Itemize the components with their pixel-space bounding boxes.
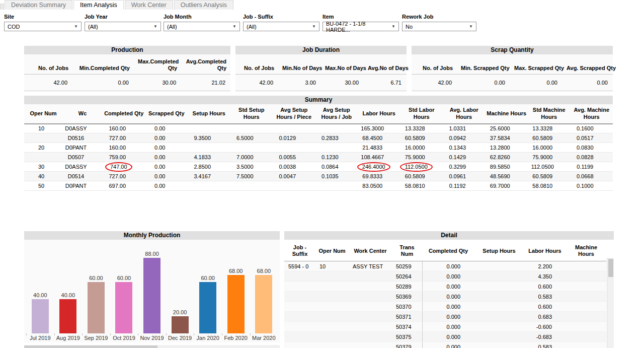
table-cell: [315, 124, 358, 133]
scrollbar-thumb[interactable]: [608, 259, 613, 277]
filter-label: Rework Job: [402, 14, 476, 20]
column-header: Completed Qty: [422, 240, 474, 261]
bar[interactable]: [143, 258, 160, 333]
table-cell: 0.0047: [273, 172, 315, 181]
column-header: Avg.Completed Qty: [181, 58, 230, 73]
table-row: D0507759.000.004.18337.00000.00550.12301…: [24, 153, 613, 162]
card-title: Job Duration: [235, 46, 407, 54]
chevron-down-icon: ▼: [232, 24, 236, 29]
table-cell: 747.00: [103, 162, 145, 172]
table-cell: 0.00: [145, 143, 188, 153]
tab-scroll-stub[interactable]: [0, 4, 4, 10]
detail-vertical-scrollbar[interactable]: [607, 258, 614, 348]
table-row: 20D0PANT160.000.0021.483316.00000.134313…: [24, 143, 613, 153]
table-row: 50D0PANT697.000.0083.050058.08100.119269…: [24, 181, 613, 191]
column-header: No. of Jobs: [235, 65, 278, 72]
table-cell: 0.1429: [443, 153, 486, 162]
x-axis-label: Aug 2019: [54, 333, 83, 342]
table-cell: 112.0500: [400, 162, 443, 172]
column-header: Max. Scrapped Qty: [510, 65, 562, 72]
bar-group: 88.00: [138, 251, 166, 333]
detail-body: 5594 - 010ASSY TEST502590.0002.200502640…: [284, 261, 606, 348]
table-cell: [349, 271, 392, 282]
table-cell: 60.5809: [400, 172, 443, 181]
table-cell: 0.0668: [571, 172, 613, 181]
bar[interactable]: [59, 299, 76, 333]
metric-value: 42.00: [24, 80, 72, 86]
item-dropdown[interactable]: BU-0472 - 1-1/8 HARDE... ▼: [323, 22, 399, 31]
table-row: 503790.0000.583: [284, 342, 606, 348]
chart-horizontal-scrollbar[interactable]: [24, 345, 280, 348]
table-cell: 759.00: [103, 153, 145, 162]
column-header: Max.Completed Qty: [134, 58, 181, 73]
table-cell: [566, 282, 606, 292]
table-cell: [474, 332, 524, 342]
table-cell: 0.00: [145, 153, 188, 162]
table-cell: 50371: [392, 312, 422, 322]
bar[interactable]: [255, 275, 272, 333]
table-cell: 108.4667: [358, 153, 400, 162]
table-row: 503690.0000.583: [284, 292, 606, 302]
scrollbar-thumb[interactable]: [24, 345, 157, 348]
table-cell: [474, 342, 524, 348]
table-cell: 75.9000: [528, 153, 571, 162]
tab-work-center[interactable]: Work Center: [125, 0, 173, 10]
table-cell: [474, 292, 524, 302]
job-suffix-dropdown[interactable]: (All) ▼: [243, 22, 319, 31]
table-cell: [315, 302, 349, 312]
column-header: No. of Jobs: [412, 65, 457, 72]
tab-outliers-analysis[interactable]: Outliers Analysis: [174, 0, 233, 10]
dropdown-value: (All): [247, 24, 257, 30]
filter-job-year: Job Year (All) ▼: [85, 14, 161, 31]
metric-value: 0.00: [510, 80, 562, 86]
column-header: Machine Hours: [566, 240, 606, 261]
rework-job-dropdown[interactable]: No ▼: [402, 22, 476, 31]
table-cell: 0.1000: [571, 181, 613, 191]
bar[interactable]: [115, 282, 132, 333]
bar[interactable]: [88, 282, 105, 333]
bar[interactable]: [172, 316, 189, 333]
x-axis-label: Jul 2019: [26, 333, 54, 342]
tab-item-analysis[interactable]: Item Analysis: [73, 0, 124, 10]
filter-job-month: Job Month (All) ▼: [164, 14, 240, 31]
table-cell: [315, 332, 349, 342]
x-axis-label: Nov 2019: [138, 333, 166, 342]
bar[interactable]: [32, 299, 49, 333]
table-cell: 0.000: [422, 261, 474, 271]
job-month-dropdown[interactable]: (All) ▼: [164, 22, 240, 31]
bar-value-label: 68.00: [229, 268, 243, 274]
bar-value-label: 60.00: [117, 275, 131, 281]
column-header: Avg.No of Days: [364, 65, 407, 72]
table-cell: [273, 124, 315, 133]
summary-section: Summary Oper NumWcCompleted QtyScrapped …: [24, 96, 613, 191]
metric-value: 42.00: [412, 80, 457, 86]
table-cell: 0.000: [422, 271, 474, 282]
table-cell: 0.600: [524, 282, 566, 292]
dashboard: Deviation Summary Item Analysis Work Cen…: [0, 0, 644, 348]
table-cell: 7.0000: [230, 153, 273, 162]
job-year-dropdown[interactable]: (All) ▼: [85, 22, 161, 31]
table-cell: 0.0517: [571, 133, 613, 143]
site-dropdown[interactable]: COD ▼: [4, 22, 82, 31]
metric-value: 6.71: [364, 80, 407, 86]
table-cell: 0.00: [145, 181, 188, 191]
table-cell: 50: [24, 181, 62, 191]
table-cell: [474, 261, 524, 271]
bar[interactable]: [199, 282, 216, 333]
tab-deviation-summary[interactable]: Deviation Summary: [5, 0, 72, 10]
table-cell: 7.5000: [230, 172, 273, 181]
table-cell: 25.6000: [486, 124, 528, 133]
column-header: Std Labor Hours: [400, 104, 443, 124]
table-cell: [566, 322, 606, 332]
table-cell: 0.00: [145, 133, 188, 143]
table-cell: -0.683: [524, 332, 566, 342]
table-cell: D0PANT: [62, 143, 103, 153]
column-header: Min.No of Days: [278, 65, 321, 72]
table-cell: 62.8260: [486, 153, 528, 162]
bar[interactable]: [227, 275, 245, 333]
table-cell: [315, 271, 349, 282]
table-cell: 60.5809: [528, 133, 571, 143]
filter-item: Item BU-0472 - 1-1/8 HARDE... ▼: [323, 14, 399, 31]
table-cell: 0.1230: [315, 153, 358, 162]
bar-group: 40.00: [26, 292, 54, 333]
